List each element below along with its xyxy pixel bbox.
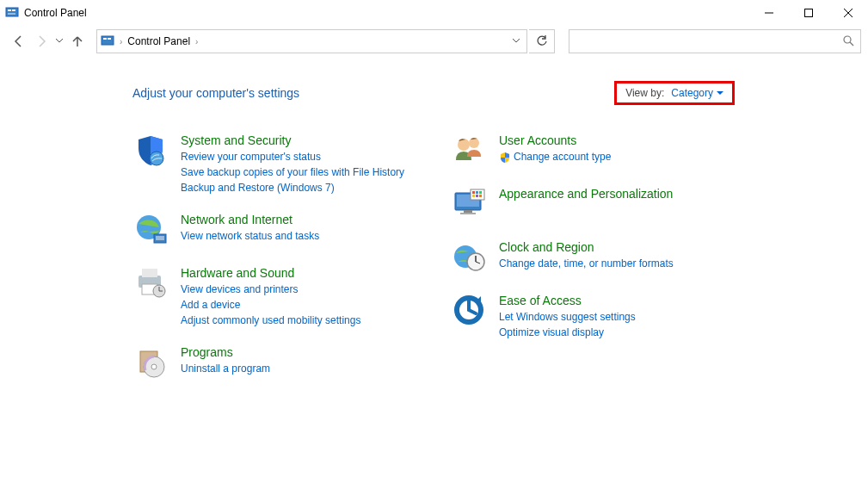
chevron-right-icon[interactable]: › bbox=[195, 37, 198, 46]
nav-row: › Control Panel › bbox=[0, 26, 868, 57]
svg-rect-16 bbox=[156, 236, 164, 240]
category-link[interactable]: Change account type bbox=[499, 150, 611, 164]
svg-rect-33 bbox=[472, 191, 475, 194]
svg-rect-1 bbox=[8, 9, 11, 11]
up-button[interactable] bbox=[67, 31, 88, 52]
category-link[interactable]: Change date, time, or number formats bbox=[499, 257, 674, 270]
search-box[interactable] bbox=[569, 29, 861, 53]
minimize-button[interactable] bbox=[749, 0, 789, 26]
category-link[interactable]: Review your computer's status bbox=[181, 150, 404, 164]
category-network-internet: Network and Internet View network status… bbox=[132, 212, 416, 248]
svg-rect-30 bbox=[464, 210, 472, 213]
ease-of-access-icon bbox=[451, 293, 487, 329]
svg-rect-10 bbox=[108, 38, 111, 40]
titlebar: Control Panel bbox=[0, 0, 868, 26]
category-system-security: System and Security Review your computer… bbox=[132, 133, 416, 195]
window-title: Control Panel bbox=[24, 7, 87, 19]
category-link[interactable]: Add a device bbox=[181, 298, 360, 312]
history-dropdown[interactable] bbox=[53, 35, 65, 47]
svg-point-25 bbox=[151, 364, 157, 369]
chevron-down-icon bbox=[717, 90, 723, 96]
svg-rect-5 bbox=[805, 9, 813, 17]
content-area: Adjust your computer's settings View by:… bbox=[0, 57, 868, 381]
category-clock-region: Clock and Region Change date, time, or n… bbox=[451, 239, 735, 276]
category-hardware-sound: Hardware and Sound View devices and prin… bbox=[132, 265, 416, 327]
category-title[interactable]: Hardware and Sound bbox=[181, 265, 360, 281]
globe-network-icon bbox=[132, 212, 169, 248]
svg-rect-35 bbox=[479, 191, 482, 194]
maximize-button[interactable] bbox=[789, 0, 828, 26]
category-title[interactable]: Ease of Access bbox=[499, 293, 636, 308]
uac-shield-icon bbox=[499, 152, 511, 164]
page-heading: Adjust your computer's settings bbox=[132, 86, 299, 100]
category-link[interactable]: Save backup copies of your files with Fi… bbox=[181, 165, 404, 179]
shield-icon bbox=[132, 133, 169, 169]
control-panel-icon bbox=[101, 34, 114, 48]
svg-rect-3 bbox=[8, 13, 15, 15]
back-button[interactable] bbox=[9, 31, 29, 52]
view-by-value[interactable]: Category bbox=[671, 87, 723, 99]
svg-rect-37 bbox=[476, 195, 478, 197]
category-title[interactable]: Appearance and Personalization bbox=[499, 186, 673, 201]
svg-point-27 bbox=[469, 138, 479, 148]
close-button[interactable] bbox=[828, 0, 868, 26]
printer-icon bbox=[132, 265, 169, 301]
forward-button[interactable] bbox=[31, 31, 52, 52]
category-title[interactable]: Clock and Region bbox=[499, 239, 674, 255]
programs-disc-icon bbox=[132, 344, 169, 381]
view-by-label: View by: bbox=[625, 87, 664, 99]
category-ease-of-access: Ease of Access Let Windows suggest setti… bbox=[451, 293, 735, 339]
category-user-accounts: User Accounts Change account type bbox=[451, 133, 735, 169]
category-title[interactable]: User Accounts bbox=[499, 133, 611, 148]
refresh-button[interactable] bbox=[529, 29, 555, 53]
chevron-right-icon[interactable]: › bbox=[120, 37, 122, 46]
category-programs: Programs Uninstall a program bbox=[132, 344, 416, 381]
svg-rect-31 bbox=[460, 213, 476, 214]
category-link[interactable]: Uninstall a program bbox=[181, 362, 270, 375]
category-title[interactable]: Network and Internet bbox=[181, 212, 319, 227]
category-link[interactable]: Adjust commonly used mobility settings bbox=[181, 313, 360, 327]
category-link[interactable]: Backup and Restore (Windows 7) bbox=[181, 181, 404, 195]
search-input[interactable] bbox=[569, 30, 836, 53]
user-accounts-icon bbox=[451, 133, 487, 169]
svg-rect-8 bbox=[102, 36, 114, 45]
category-appearance-personalization: Appearance and Personalization bbox=[451, 186, 735, 222]
svg-line-12 bbox=[850, 42, 853, 46]
category-title[interactable]: System and Security bbox=[181, 133, 404, 148]
address-dropdown[interactable] bbox=[508, 35, 525, 47]
category-column-right: User Accounts Change account type Appear… bbox=[451, 133, 735, 381]
window-controls bbox=[749, 0, 868, 26]
svg-rect-36 bbox=[472, 195, 475, 197]
category-link[interactable]: View devices and printers bbox=[181, 282, 360, 296]
svg-rect-9 bbox=[103, 38, 107, 40]
category-link[interactable]: View network status and tasks bbox=[181, 229, 319, 243]
address-bar[interactable]: › Control Panel › bbox=[96, 29, 527, 53]
svg-rect-0 bbox=[6, 8, 18, 16]
category-title[interactable]: Programs bbox=[181, 344, 270, 360]
svg-rect-34 bbox=[476, 191, 478, 194]
svg-rect-18 bbox=[142, 269, 157, 277]
svg-point-11 bbox=[844, 36, 851, 43]
address-segment[interactable]: Control Panel bbox=[127, 35, 190, 47]
svg-rect-38 bbox=[479, 195, 482, 197]
svg-rect-2 bbox=[12, 9, 15, 11]
view-by-selector[interactable]: View by: Category bbox=[614, 81, 735, 105]
monitor-appearance-icon bbox=[451, 186, 487, 222]
search-icon[interactable] bbox=[836, 34, 860, 49]
clock-globe-icon bbox=[451, 239, 487, 276]
category-column-left: System and Security Review your computer… bbox=[132, 133, 416, 381]
category-link[interactable]: Optimize visual display bbox=[499, 325, 636, 339]
control-panel-icon bbox=[5, 6, 19, 20]
category-link[interactable]: Let Windows suggest settings bbox=[499, 310, 636, 324]
